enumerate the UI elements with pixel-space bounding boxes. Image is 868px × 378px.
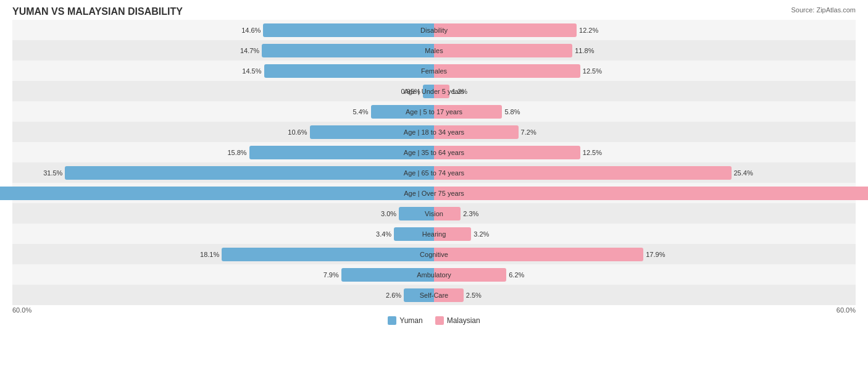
bar-value-right: 12.2% <box>577 27 598 34</box>
bar-blue: 54.4% <box>0 187 434 200</box>
bar-left-section: 14.6% <box>12 20 434 40</box>
bar-blue: 14.6% <box>263 23 434 37</box>
bar-right-section: 12.2% <box>434 20 856 40</box>
bar-right-section: 12.5% <box>434 142 856 162</box>
x-axis-right: 60.0% <box>837 306 856 314</box>
bar-left-section: 14.5% <box>12 61 434 81</box>
bar-blue: 2.6% <box>404 288 434 302</box>
bar-row: 3.4%Hearing3.2% <box>12 224 856 244</box>
x-axis-left: 60.0% <box>12 306 31 314</box>
bar-pink: 2.3% <box>434 207 461 220</box>
bar-row: 54.4%Age | Over 75 years49.0% <box>12 183 856 203</box>
bar-value-left: 7.9% <box>323 271 341 279</box>
bar-blue: 15.8% <box>249 146 434 159</box>
bar-left-section: 7.9% <box>12 264 434 285</box>
chart-area: 14.6%Disability12.2%14.7%Males11.8%14.5%… <box>12 20 856 305</box>
bar-blue: 7.9% <box>341 268 434 282</box>
bar-right-section: 17.9% <box>434 244 856 264</box>
source-label: Source: ZipAtlas.com <box>791 6 856 14</box>
bar-value-right: 2.5% <box>464 292 482 299</box>
bar-blue: 14.7% <box>262 44 434 57</box>
bar-value-right: 12.5% <box>580 149 602 156</box>
bar-value-left: 0.95% <box>401 88 423 95</box>
bar-pink: 49.0% <box>434 187 868 200</box>
chart-title: YUMAN VS MALAYSIAN DISABILITY <box>12 6 856 17</box>
bar-row: 5.4%Age | 5 to 17 years5.8% <box>12 101 856 122</box>
bar-value-left: 14.5% <box>242 67 264 75</box>
bar-left-section: 14.7% <box>12 40 434 61</box>
bar-left-section: 3.0% <box>12 203 434 224</box>
bar-right-section: 6.2% <box>434 264 856 285</box>
bar-row: 14.6%Disability12.2% <box>12 20 856 40</box>
bar-blue: 3.4% <box>394 227 434 241</box>
bar-blue: 18.1% <box>222 248 434 261</box>
bar-value-right: 2.3% <box>461 210 478 217</box>
bar-left-section: 10.6% <box>12 122 434 142</box>
bar-blue: 31.5% <box>65 166 434 180</box>
bar-value-left: 5.4% <box>353 108 370 116</box>
bar-value-left: 14.7% <box>240 47 262 54</box>
bar-row: 7.9%Ambulatory6.2% <box>12 264 856 285</box>
bar-left-section: 3.4% <box>12 224 434 244</box>
bar-right-section: 5.8% <box>434 101 856 122</box>
bar-pink: 12.2% <box>434 23 577 37</box>
bar-row: 15.8%Age | 35 to 64 years12.5% <box>12 142 856 162</box>
bar-row: 14.5%Females12.5% <box>12 61 856 81</box>
bar-value-right: 11.8% <box>572 47 594 54</box>
bar-value-right: 17.9% <box>643 251 665 258</box>
bar-value-left: 14.6% <box>241 27 263 34</box>
legend-yuman-box <box>388 316 396 325</box>
bar-value-left: 31.5% <box>43 169 65 177</box>
bar-value-left: 10.6% <box>288 128 309 136</box>
bar-blue: 5.4% <box>371 105 434 119</box>
bar-left-section: 31.5% <box>12 162 434 183</box>
bar-blue: 3.0% <box>399 207 434 220</box>
legend-malaysian: Malaysian <box>435 316 480 325</box>
bar-value-left: 15.8% <box>227 149 249 156</box>
bar-pink: 12.5% <box>434 146 580 159</box>
bar-right-section: 3.2% <box>434 224 856 244</box>
bar-value-right: 3.2% <box>471 230 489 238</box>
bar-pink: 1.3% <box>434 85 449 98</box>
bar-pink: 5.8% <box>434 105 502 119</box>
legend-yuman-label: Yuman <box>399 316 422 325</box>
bar-value-right: 25.4% <box>732 169 753 177</box>
bar-pink: 12.5% <box>434 64 580 78</box>
chart-container: YUMAN VS MALAYSIAN DISABILITY Source: Zi… <box>0 0 868 378</box>
bar-blue: 10.6% <box>310 125 434 139</box>
bar-blue: 14.5% <box>264 64 434 78</box>
bar-value-left: 18.1% <box>200 251 222 258</box>
bar-value-left: 3.0% <box>381 210 399 217</box>
bar-right-section: 25.4% <box>434 162 856 183</box>
bar-left-section: 2.6% <box>12 285 434 305</box>
bar-pink: 2.5% <box>434 288 464 302</box>
bar-right-section: 1.3% <box>434 81 856 101</box>
bar-row: 14.7%Males11.8% <box>12 40 856 61</box>
bar-pink: 7.2% <box>434 125 519 139</box>
bar-row: 2.6%Self-Care2.5% <box>12 285 856 305</box>
bar-row: 31.5%Age | 65 to 74 years25.4% <box>12 162 856 183</box>
bar-pink: 11.8% <box>434 44 572 57</box>
bar-right-section: 7.2% <box>434 122 856 142</box>
bar-value-right: 5.8% <box>502 108 520 116</box>
bar-row: 0.95%Age | Under 5 years1.3% <box>12 81 856 101</box>
bar-value-right: 1.3% <box>449 88 467 95</box>
bar-right-section: 12.5% <box>434 61 856 81</box>
bar-right-section: 11.8% <box>434 40 856 61</box>
bar-left-section: 18.1% <box>12 244 434 264</box>
legend-malaysian-box <box>435 316 444 325</box>
bar-row: 18.1%Cognitive17.9% <box>12 244 856 264</box>
bar-left-section: 54.4% <box>12 183 434 203</box>
bar-pink: 17.9% <box>434 248 643 261</box>
bar-row: 3.0%Vision2.3% <box>12 203 856 224</box>
bar-pink: 3.2% <box>434 227 471 241</box>
bar-left-section: 5.4% <box>12 101 434 122</box>
bar-value-right: 6.2% <box>506 271 524 279</box>
bar-value-left: 2.6% <box>386 292 404 299</box>
x-axis: 60.0% 60.0% <box>12 306 856 314</box>
bar-pink: 6.2% <box>434 268 506 282</box>
bar-value-right: 7.2% <box>519 128 536 136</box>
bar-left-section: 15.8% <box>12 142 434 162</box>
bar-pink: 25.4% <box>434 166 732 180</box>
bar-right-section: 2.5% <box>434 285 856 305</box>
